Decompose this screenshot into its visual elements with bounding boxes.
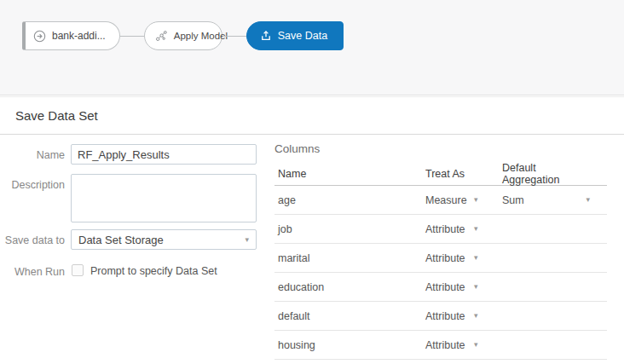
model-graph-icon [155, 30, 168, 43]
panel-title: Save Data Set [15, 97, 98, 135]
header-treat-as: Treat As [425, 168, 502, 180]
aggregation-dropdown[interactable]: Sum ▾ [502, 194, 607, 206]
name-label: Name [0, 149, 65, 161]
step-panel-header: Save Data Set [0, 96, 624, 135]
treat-as-dropdown[interactable]: Measure ▾ [425, 194, 502, 206]
prompt-checkbox[interactable] [72, 264, 84, 276]
save-data-to-label: Save data to [0, 234, 65, 246]
table-row: housing Attribute ▾ [274, 331, 607, 360]
treat-as-dropdown[interactable]: Attribute ▾ [425, 281, 502, 293]
chevron-down-icon: ▾ [474, 283, 478, 291]
flow-connector [222, 36, 246, 37]
prompt-checkbox-label: Prompt to specify Data Set [90, 265, 217, 277]
data-source-icon [33, 30, 46, 43]
table-row: marital Attribute ▾ [274, 244, 607, 273]
columns-table: Name Treat As Default Aggregation age Me… [274, 162, 607, 360]
flow-node-label: bank-addi... [52, 30, 106, 42]
column-name: job [278, 223, 425, 235]
columns-table-header: Name Treat As Default Aggregation [274, 162, 607, 186]
flow-diagram: bank-addi... Apply Model [22, 21, 344, 50]
treat-as-dropdown[interactable]: Attribute ▾ [425, 310, 502, 322]
name-input[interactable] [71, 144, 257, 165]
chevron-down-icon: ▾ [474, 341, 478, 349]
header-default-aggregation: Default Aggregation [502, 162, 607, 186]
chevron-down-icon: ▾ [474, 312, 478, 320]
table-row: default Attribute ▾ [274, 302, 607, 331]
treat-as-dropdown[interactable]: Attribute ▾ [425, 252, 502, 264]
flow-top-bar: bank-addi... Apply Model [0, 0, 624, 95]
flow-node-label: Apply Model [174, 31, 210, 42]
flow-node-source[interactable]: bank-addi... [22, 21, 120, 50]
header-name: Name [278, 168, 425, 180]
treat-as-dropdown[interactable]: Attribute ▾ [425, 339, 502, 351]
column-name: education [278, 281, 425, 293]
table-row: education Attribute ▾ [274, 273, 607, 302]
upload-icon [260, 30, 272, 42]
save-data-to-select[interactable]: Data Set Storage ▾ [71, 229, 257, 250]
flow-node-apply-model[interactable]: Apply Model [144, 21, 222, 50]
chevron-down-icon: ▾ [586, 196, 590, 204]
chevron-down-icon: ▾ [474, 225, 478, 233]
table-row: job Attribute ▾ [274, 215, 607, 244]
flow-connector [120, 36, 144, 37]
chevron-down-icon: ▾ [474, 254, 478, 262]
chevron-down-icon: ▾ [474, 196, 478, 204]
column-name: housing [278, 339, 425, 351]
treat-as-dropdown[interactable]: Attribute ▾ [425, 223, 502, 235]
columns-section-title: Columns [274, 142, 320, 155]
column-name: default [278, 310, 425, 322]
flow-node-save-data[interactable]: Save Data [246, 21, 344, 50]
table-row: age Measure ▾ Sum ▾ [274, 186, 607, 215]
when-run-label: When Run [0, 266, 65, 278]
column-name: marital [278, 252, 425, 264]
save-data-to-value: Data Set Storage [78, 234, 164, 246]
chevron-down-icon: ▾ [245, 236, 249, 244]
description-label: Description [0, 179, 65, 191]
flow-node-label: Save Data [278, 30, 327, 42]
column-name: age [278, 194, 425, 206]
description-input[interactable] [71, 174, 257, 222]
